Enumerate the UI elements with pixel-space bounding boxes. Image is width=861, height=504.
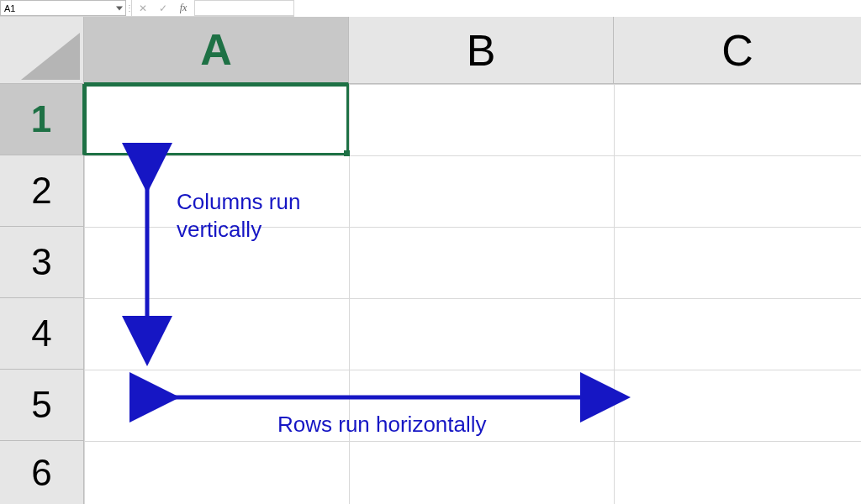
row-header-3[interactable]: 3: [0, 227, 84, 298]
gridline: [84, 441, 861, 442]
column-header-b[interactable]: B: [349, 17, 614, 84]
vertical-arrow-icon: [135, 158, 160, 351]
select-all-triangle-icon: [21, 33, 80, 80]
annotation-rows-label: Rows run horizontally: [277, 411, 487, 438]
formula-input[interactable]: [195, 0, 294, 16]
row-header-1[interactable]: 1: [0, 84, 84, 155]
enter-icon[interactable]: ✓: [156, 1, 171, 16]
gridline: [84, 298, 861, 299]
formula-bar: A1 ⋮ ✕ ✓ fx: [0, 0, 294, 17]
cells-area[interactable]: [84, 84, 861, 504]
row-header-5[interactable]: 5: [0, 370, 84, 441]
insert-function-icon[interactable]: fx: [176, 1, 191, 16]
annotation-columns-label: Columns run vertically: [177, 188, 345, 243]
row-header-4[interactable]: 4: [0, 298, 84, 370]
select-all-corner[interactable]: [0, 17, 84, 84]
gridline: [84, 155, 861, 156]
column-header-a[interactable]: A: [84, 17, 349, 84]
active-cell-a1[interactable]: [84, 84, 349, 155]
cancel-icon[interactable]: ✕: [135, 1, 151, 16]
formula-bar-buttons: ✕ ✓ fx: [131, 0, 195, 16]
gridline: [84, 370, 861, 370]
fill-handle[interactable]: [344, 150, 350, 156]
horizontal-arrow-icon: [145, 385, 615, 410]
row-header-6[interactable]: 6: [0, 441, 84, 504]
column-header-c[interactable]: C: [614, 17, 861, 84]
svg-marker-0: [21, 33, 80, 80]
row-header-2[interactable]: 2: [0, 155, 84, 227]
name-box-value: A1: [4, 3, 15, 13]
chevron-down-icon[interactable]: [116, 6, 123, 10]
name-box[interactable]: A1: [0, 0, 126, 16]
